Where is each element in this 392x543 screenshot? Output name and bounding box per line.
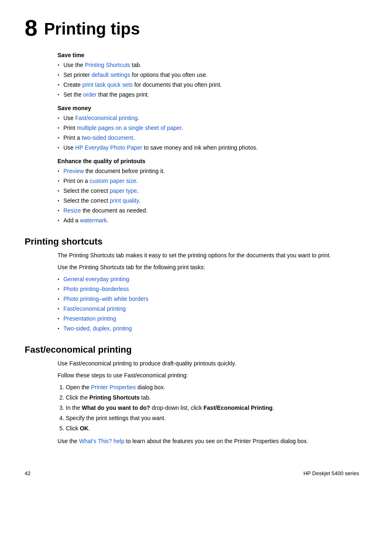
list-item: Fast/economical printing [58, 305, 359, 313]
custom-paper-size-link[interactable]: custom paper size [90, 178, 136, 184]
list-item: Preview the document before printing it. [58, 167, 359, 176]
presentation-link[interactable]: Presentation printing [63, 314, 116, 323]
fast-economical-content: Use Fast/economical printing to produce … [58, 359, 359, 446]
save-time-heading: Save time [58, 52, 359, 58]
preview-link[interactable]: Preview [63, 168, 84, 174]
general-everyday-link[interactable]: General everyday printing [63, 275, 129, 284]
photo-borderless-link[interactable]: Photo printing–borderless [63, 285, 129, 293]
list-item: Use the Printing Shortcuts tab. [58, 61, 359, 69]
fast-economical-printing-bold: Fast/Economical Printing [203, 404, 272, 411]
shortcuts-para1: The Printing Shortcuts tab makes it easy… [58, 251, 359, 260]
enhance-heading: Enhance the quality of printouts [58, 158, 359, 164]
two-sided-link[interactable]: two-sided document [82, 134, 133, 141]
list-item: Print a two-sided document. [58, 134, 359, 142]
list-item: Print multiple pages on a single sheet o… [58, 124, 359, 132]
list-item: General everyday printing [58, 275, 359, 284]
list-item: Set the order that the pages print. [58, 90, 359, 99]
multiple-pages-link[interactable]: multiple pages on a single sheet of pape… [77, 125, 182, 131]
chapter-number: 8 [25, 16, 37, 39]
list-item: Select the correct paper type. [58, 187, 359, 195]
save-money-list: Use Fast/economical printing. Print mult… [58, 114, 359, 152]
ok-bold: OK [80, 425, 88, 432]
hp-everyday-link[interactable]: HP Everyday Photo Paper [75, 144, 142, 151]
enhance-list: Preview the document before printing it.… [58, 167, 359, 225]
printer-properties-link[interactable]: Printer Properties [91, 384, 136, 390]
list-item: Photo printing–borderless [58, 285, 359, 293]
what-do-you-want-bold: What do you want to do? [82, 404, 150, 411]
fast-economical-para1: Use Fast/economical printing to produce … [58, 359, 359, 368]
list-item: Add a watermark. [58, 216, 359, 225]
list-item: Use HP Everyday Photo Paper to save mone… [58, 143, 359, 152]
order-link[interactable]: order [83, 91, 97, 98]
list-item: Two-sided, duplex, printing [58, 324, 359, 333]
printing-shortcuts-bold: Printing Shortcuts [90, 394, 140, 401]
list-item: Set printer default settings for options… [58, 71, 359, 79]
save-money-heading: Save money [58, 105, 359, 111]
chapter-header: 8 Printing tips [25, 16, 359, 39]
fast-economical-para2: Follow these steps to use Fast/economica… [58, 371, 359, 380]
footer-page-number: 42 [25, 470, 30, 476]
list-item: Resize the document as needed. [58, 206, 359, 215]
step-4: Specify the print settings that you want… [66, 414, 359, 423]
fast-economical-list-link[interactable]: Fast/economical printing [63, 305, 126, 313]
whats-this-help-link[interactable]: What's This? help [79, 438, 125, 444]
chapter-title: Printing tips [44, 16, 140, 39]
footer-product-name: HP Deskjet 5400 series [303, 470, 359, 476]
print-task-quick-sets-link[interactable]: print task quick sets [82, 81, 133, 88]
list-item: Use Fast/economical printing. [58, 114, 359, 122]
shortcuts-title: Printing shortcuts [25, 236, 359, 247]
list-item: Presentation printing [58, 314, 359, 323]
save-time-list: Use the Printing Shortcuts tab. Set prin… [58, 61, 359, 99]
fast-economical-link[interactable]: Fast/economical printing [75, 115, 138, 121]
fast-economical-title: Fast/economical printing [25, 344, 359, 355]
step-1: Open the Printer Properties dialog box. [66, 383, 359, 392]
shortcuts-content: The Printing Shortcuts tab makes it easy… [58, 251, 359, 333]
step-3: In the What do you want to do? drop-down… [66, 404, 359, 412]
list-item: Select the correct print quality. [58, 196, 359, 205]
list-item: Photo printing–with white borders [58, 295, 359, 303]
fast-economical-steps: Open the Printer Properties dialog box. … [66, 383, 359, 433]
page-footer: 42 HP Deskjet 5400 series [25, 470, 359, 476]
step-2: Click the Printing Shortcuts tab. [66, 393, 359, 402]
two-sided-duplex-link[interactable]: Two-sided, duplex, printing [63, 324, 132, 333]
print-quality-link[interactable]: print quality [110, 197, 139, 204]
list-item: Create print task quick sets for documen… [58, 81, 359, 89]
shortcuts-list: General everyday printing Photo printing… [58, 275, 359, 333]
printing-shortcuts-link[interactable]: Printing Shortcuts [85, 62, 130, 68]
main-content: Save time Use the Printing Shortcuts tab… [58, 52, 359, 225]
list-item: Print on a custom paper size. [58, 177, 359, 185]
resize-link[interactable]: Resize [63, 207, 81, 214]
watermark-link[interactable]: watermark [80, 217, 107, 224]
shortcuts-para2: Use the Printing Shortcuts tab for the f… [58, 263, 359, 272]
step-5: Click OK. [66, 424, 359, 433]
photo-white-borders-link[interactable]: Photo printing–with white borders [63, 295, 148, 303]
paper-type-link[interactable]: paper type [110, 187, 137, 194]
default-settings-link[interactable]: default settings [92, 72, 130, 78]
fast-economical-para3: Use the What's This? help to learn about… [58, 437, 359, 446]
